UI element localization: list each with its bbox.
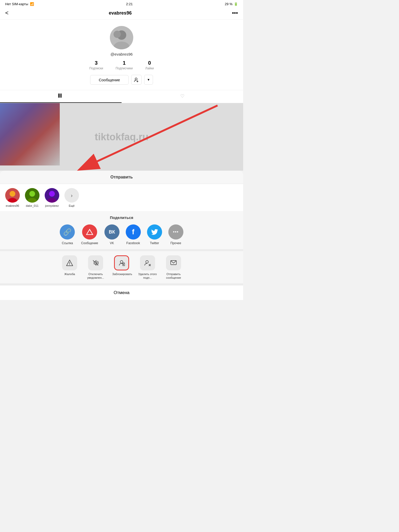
action-mute-icon: [88, 255, 103, 270]
video-thumbnail: [0, 103, 60, 165]
send-row: evabres96 dalor_011 jonnysteez: [0, 184, 243, 212]
svg-point-14: [29, 191, 35, 197]
share-link-icon: 🔗: [60, 224, 75, 240]
action-mute-label: Отключить уведомлен...: [86, 272, 105, 280]
action-buttons: Сообщение ▼: [90, 75, 153, 85]
cancel-button[interactable]: Отмена: [0, 283, 243, 300]
subscribers-label: Подписчики: [116, 66, 133, 70]
send-user-evabres96[interactable]: evabres96: [5, 188, 20, 207]
message-button[interactable]: Сообщение: [90, 75, 129, 85]
follow-button[interactable]: [131, 75, 142, 85]
send-more-button[interactable]: › Ещё: [64, 188, 79, 207]
share-icons-row: 🔗 Ссылка Сообщение ВК VK f Facebook: [0, 221, 243, 249]
share-twitter[interactable]: Twitter: [147, 224, 162, 245]
share-section: Поделиться 🔗 Ссылка Сообщение ВК VK f: [0, 212, 243, 249]
send-title: Отправить: [0, 171, 243, 184]
action-block[interactable]: Заблокировать: [112, 255, 131, 280]
svg-line-9: [87, 105, 217, 166]
tab-videos[interactable]: [0, 90, 122, 103]
subscribers-stat: 1 Подписчики: [116, 60, 133, 70]
bottom-sheet: Отправить evabres96 dalor_011: [0, 171, 243, 300]
action-send-message[interactable]: Отправить сообщение: [164, 255, 183, 280]
svg-point-17: [49, 191, 55, 197]
share-more-label: Прочее: [170, 241, 181, 245]
actions-section: Жалоба Отключить уведомлен...: [0, 249, 243, 283]
likes-count: 0: [145, 60, 154, 66]
svg-rect-7: [61, 94, 62, 98]
battery-icon: 🔋: [234, 2, 238, 6]
more-circle-icon: ›: [64, 188, 79, 203]
share-facebook-icon: f: [126, 224, 141, 240]
likes-label: Лайки: [145, 66, 154, 70]
share-vk-icon: ВК: [104, 224, 119, 240]
share-link[interactable]: 🔗 Ссылка: [60, 224, 75, 245]
more-options-button[interactable]: •••: [232, 10, 238, 16]
status-left: Нет SIM-карты 📶: [5, 2, 34, 6]
username-at: @evabres96: [110, 52, 132, 56]
back-button[interactable]: <: [5, 10, 9, 16]
send-user-label-evabres96: evabres96: [6, 204, 19, 207]
share-facebook[interactable]: f Facebook: [126, 224, 141, 245]
stats-row: 3 Подписки 1 Подписчики 0 Лайки: [89, 60, 154, 70]
action-send-message-label: Отправить сообщение: [164, 272, 183, 280]
share-message[interactable]: Сообщение: [81, 224, 98, 245]
send-avatar-dalor011: [25, 188, 39, 203]
share-more-icon: •••: [168, 224, 183, 240]
action-block-label: Заблокировать: [112, 272, 131, 276]
watermark: tiktokfaq.ru: [95, 131, 149, 143]
share-vk-label: VK: [110, 241, 114, 245]
svg-point-24: [120, 261, 123, 263]
action-send-message-icon: [166, 255, 181, 270]
action-report[interactable]: Жалоба: [60, 255, 79, 280]
send-avatar-evabres96: [5, 188, 20, 203]
profile-username-title: evabres96: [109, 10, 132, 16]
share-link-label: Ссылка: [62, 241, 73, 245]
tab-liked[interactable]: ♡: [122, 90, 243, 103]
share-message-icon: [82, 224, 97, 240]
action-remove-subscriber-icon: [140, 255, 155, 270]
action-mute[interactable]: Отключить уведомлен...: [86, 255, 105, 280]
action-report-label: Жалоба: [64, 272, 75, 276]
action-remove-subscriber-label: Удалить этого подп...: [138, 272, 157, 280]
subscribers-count: 1: [116, 60, 133, 66]
subscriptions-stat: 3 Подписки: [89, 60, 103, 70]
status-bar: Нет SIM-карты 📶 2:21 29 % 🔋: [0, 0, 243, 7]
share-facebook-label: Facebook: [126, 241, 140, 245]
share-message-label: Сообщение: [81, 241, 98, 245]
avatar: [110, 26, 133, 49]
svg-point-4: [135, 78, 137, 80]
svg-point-11: [10, 191, 15, 197]
send-more-label: Ещё: [69, 204, 75, 207]
share-twitter-icon: [147, 224, 162, 240]
send-user-dalor011[interactable]: dalor_011: [25, 188, 39, 207]
actions-row: Жалоба Отключить уведомлен...: [0, 251, 243, 283]
profile-section: @evabres96 3 Подписки 1 Подписчики 0 Лай…: [0, 20, 243, 90]
tab-bar: ♡: [0, 90, 243, 103]
svg-point-26: [146, 261, 148, 263]
action-remove-subscriber[interactable]: Удалить этого подп...: [138, 255, 157, 280]
top-nav: < evabres96 •••: [0, 7, 243, 20]
send-user-label-dalor011: dalor_011: [26, 204, 39, 207]
wifi-icon: 📶: [30, 2, 34, 6]
svg-marker-19: [87, 229, 93, 235]
carrier-label: Нет SIM-карты: [5, 2, 28, 6]
subscriptions-label: Подписки: [89, 66, 103, 70]
status-right: 29 % 🔋: [225, 2, 238, 6]
share-vk[interactable]: ВК VK: [104, 224, 119, 245]
share-title: Поделиться: [0, 212, 243, 221]
send-avatar-jonnysteez: [45, 188, 59, 203]
dropdown-button[interactable]: ▼: [144, 75, 153, 85]
send-user-jonnysteez[interactable]: jonnysteez: [45, 188, 59, 207]
content-area: tiktokfaq.ru: [0, 103, 243, 171]
time-label: 2:21: [126, 2, 132, 6]
subscriptions-count: 3: [89, 60, 103, 66]
send-user-label-jonnysteez: jonnysteez: [45, 204, 59, 207]
likes-stat: 0 Лайки: [145, 60, 154, 70]
share-twitter-label: Twitter: [150, 241, 159, 245]
action-block-icon: [114, 255, 129, 270]
share-more[interactable]: ••• Прочее: [168, 224, 183, 245]
svg-rect-5: [58, 94, 59, 98]
svg-point-22: [69, 264, 70, 265]
battery-label: 29 %: [225, 2, 232, 6]
action-report-icon: [62, 255, 77, 270]
